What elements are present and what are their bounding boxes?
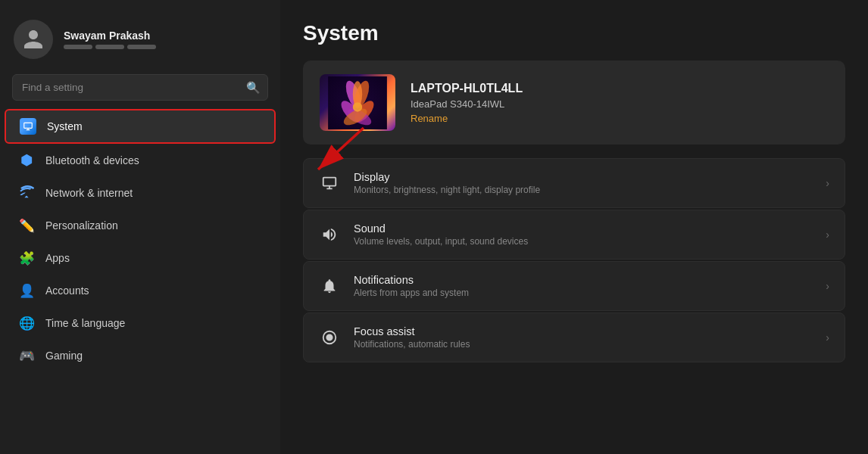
sidebar-item-apps-label: Apps	[45, 252, 70, 264]
settings-item-display[interactable]: Display Monitors, brightness, night ligh…	[303, 158, 845, 208]
search-icon: 🔍	[246, 81, 261, 95]
bluetooth-icon: ⬢	[18, 152, 35, 169]
user-info: Swayam Prakash	[64, 30, 156, 49]
device-thumbnail	[320, 74, 395, 131]
sidebar-item-gaming-label: Gaming	[45, 350, 83, 362]
notifications-title: Notifications	[354, 274, 469, 286]
monitor-svg	[23, 121, 33, 132]
gaming-icon: 🎮	[18, 347, 35, 364]
chevron-right-icon: ›	[826, 177, 829, 189]
settings-item-sound[interactable]: Sound Volume levels, output, input, soun…	[303, 210, 845, 260]
svg-point-8	[353, 102, 362, 111]
notifications-text: Notifications Alerts from apps and syste…	[354, 274, 469, 298]
focus-icon	[319, 327, 340, 348]
sound-desc: Volume levels, output, input, sound devi…	[354, 236, 528, 247]
device-card: LAPTOP-HL0TL4LL IdeaPad S340-14IWL Renam…	[303, 61, 845, 145]
monitor-icon	[20, 118, 36, 135]
sidebar-item-gaming[interactable]: 🎮 Gaming	[5, 340, 276, 372]
sound-title: Sound	[354, 222, 528, 235]
brush-icon: ✏️	[18, 217, 35, 234]
annotation-arrow	[717, 0, 868, 8]
sidebar: Swayam Prakash 🔍 System ⬢	[0, 0, 280, 454]
notifications-icon	[319, 275, 340, 297]
settings-list: Display Monitors, brightness, night ligh…	[303, 158, 845, 362]
sidebar-item-personalization-label: Personalization	[45, 219, 118, 232]
notifications-desc: Alerts from apps and system	[354, 288, 469, 298]
sidebar-item-apps[interactable]: 🧩 Apps	[5, 242, 276, 274]
user-section: Swayam Prakash	[0, 8, 280, 70]
chevron-right-icon-3: ›	[826, 280, 829, 292]
sidebar-item-accounts-label: Accounts	[45, 285, 89, 297]
sidebar-item-accounts[interactable]: 👤 Accounts	[5, 275, 276, 306]
settings-item-notifications[interactable]: Notifications Alerts from apps and syste…	[303, 261, 845, 311]
accounts-icon: 👤	[18, 282, 35, 299]
sidebar-item-network[interactable]: Network & internet	[5, 177, 276, 209]
display-row-wrapper: Display Monitors, brightness, night ligh…	[303, 158, 845, 208]
sidebar-item-network-label: Network & internet	[45, 187, 133, 199]
nav-list: System ⬢ Bluetooth & devices Network & i…	[0, 108, 280, 454]
display-title: Display	[354, 171, 540, 183]
display-text: Display Monitors, brightness, night ligh…	[354, 171, 540, 195]
avatar[interactable]	[14, 20, 53, 59]
sound-text: Sound Volume levels, output, input, soun…	[354, 222, 528, 247]
sidebar-item-time[interactable]: 🌐 Time & language	[5, 307, 276, 339]
focus-title: Focus assist	[354, 325, 470, 337]
time-icon: 🌐	[18, 315, 35, 331]
device-info: LAPTOP-HL0TL4LL IdeaPad S340-14IWL Renam…	[411, 82, 523, 124]
user-name: Swayam Prakash	[64, 30, 156, 42]
sound-icon	[319, 224, 340, 245]
chevron-right-icon-2: ›	[826, 229, 829, 241]
settings-item-focus-assist[interactable]: Focus assist Notifications, automatic ru…	[303, 313, 845, 362]
sidebar-item-bluetooth[interactable]: ⬢ Bluetooth & devices	[5, 145, 276, 176]
bar-segment-2	[95, 45, 124, 49]
bar-segment-3	[127, 45, 156, 49]
sidebar-item-personalization[interactable]: ✏️ Personalization	[5, 210, 276, 241]
apps-icon: 🧩	[18, 250, 35, 266]
network-icon	[18, 185, 35, 201]
device-thumbnail-image	[327, 76, 388, 129]
focus-desc: Notifications, automatic rules	[354, 339, 470, 350]
search-box: 🔍	[12, 74, 268, 101]
sidebar-item-time-label: Time & language	[45, 317, 125, 329]
display-desc: Monitors, brightness, night light, displ…	[354, 185, 540, 195]
focus-text: Focus assist Notifications, automatic ru…	[354, 325, 470, 350]
sidebar-item-system[interactable]: System	[5, 109, 276, 144]
user-icon	[22, 28, 45, 51]
page-title: System	[303, 21, 845, 45]
search-input[interactable]	[12, 74, 268, 101]
main-content: System	[280, 0, 868, 454]
sidebar-item-system-label: System	[47, 120, 83, 132]
device-name: LAPTOP-HL0TL4LL	[411, 82, 523, 95]
user-bar	[64, 45, 156, 49]
sidebar-item-bluetooth-label: Bluetooth & devices	[45, 154, 139, 166]
bar-segment-1	[64, 45, 92, 49]
display-icon	[319, 173, 340, 194]
device-model: IdeaPad S340-14IWL	[411, 98, 523, 110]
chevron-right-icon-4: ›	[826, 331, 829, 344]
device-rename[interactable]: Rename	[411, 113, 523, 124]
